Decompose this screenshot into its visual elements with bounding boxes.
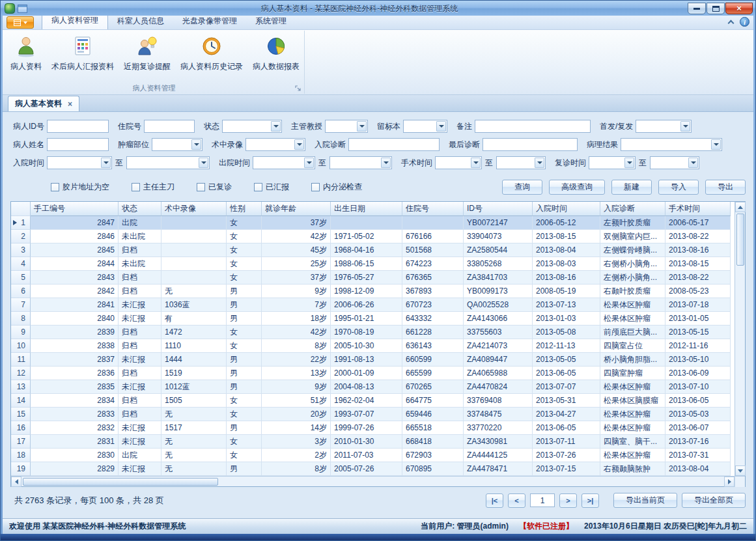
help-icon[interactable]: i bbox=[740, 17, 749, 27]
scroll-up-icon[interactable] bbox=[735, 202, 746, 212]
filter-combo[interactable] bbox=[621, 138, 722, 151]
vertical-scroll-thumb[interactable] bbox=[736, 214, 744, 266]
filter-combo[interactable] bbox=[329, 156, 392, 169]
close-button[interactable]: × bbox=[725, 3, 753, 14]
filter-checkbox[interactable]: 内分泌检查 bbox=[311, 182, 362, 193]
grid-row[interactable]: 122836归档1519男13岁2000-01-09665599ZA406598… bbox=[11, 367, 735, 380]
tab-close-icon[interactable]: × bbox=[68, 100, 72, 109]
filter-checkbox[interactable]: 已复诊 bbox=[197, 182, 232, 193]
filter-combo[interactable] bbox=[496, 156, 546, 169]
dropdown-arrow-icon[interactable] bbox=[680, 121, 690, 132]
export-button[interactable]: 导出 bbox=[705, 180, 746, 195]
filter-checkbox[interactable]: 已汇报 bbox=[254, 182, 289, 193]
ribbon-button[interactable]: 术后病人汇报资料 bbox=[48, 33, 118, 74]
dropdown-arrow-icon[interactable] bbox=[199, 158, 208, 168]
filter-combo[interactable] bbox=[126, 156, 210, 169]
grid-header-cell[interactable]: 住院号 bbox=[402, 202, 464, 216]
grid-row[interactable]: 12847出院女37岁YB00721472006-05-12左额叶胶质瘤2006… bbox=[11, 216, 735, 230]
grid-row[interactable]: 22846未出院女42岁1971-05-02676166339040732013… bbox=[11, 230, 735, 243]
dropdown-arrow-icon[interactable] bbox=[191, 139, 201, 150]
grid-header-cell[interactable]: 手工编号 bbox=[31, 202, 119, 216]
quick-access-icon[interactable] bbox=[18, 5, 27, 13]
dropdown-arrow-icon[interactable] bbox=[304, 158, 314, 168]
filter-combo[interactable] bbox=[403, 120, 447, 133]
grid-header-cell[interactable] bbox=[11, 202, 31, 216]
vertical-scrollbar[interactable] bbox=[735, 202, 745, 476]
export-current-page-button[interactable]: 导出当前页 bbox=[613, 493, 677, 508]
grid-row[interactable]: 42844未出院女25岁1988-06-15674223338052682013… bbox=[11, 257, 735, 271]
grid-header-cell[interactable]: 性别 bbox=[227, 202, 262, 216]
document-tab[interactable]: 病人基本资料 × bbox=[8, 96, 79, 111]
filter-input[interactable] bbox=[144, 120, 195, 133]
grid-row[interactable]: 112837未汇报1444男22岁1991-08-13660599ZA40894… bbox=[11, 353, 735, 367]
filter-input[interactable] bbox=[348, 138, 440, 151]
grid-row[interactable]: 32845归档女45岁1968-04-16501568ZA25805442013… bbox=[11, 243, 735, 257]
dropdown-arrow-icon[interactable] bbox=[101, 158, 111, 168]
dropdown-arrow-icon[interactable] bbox=[688, 158, 698, 168]
last-page-button[interactable]: >| bbox=[581, 493, 599, 508]
ribbon-button[interactable]: 近期复诊提醒 bbox=[120, 33, 175, 74]
dropdown-arrow-icon[interactable] bbox=[471, 158, 481, 168]
filter-combo[interactable] bbox=[152, 138, 203, 151]
filter-combo[interactable] bbox=[636, 120, 692, 133]
filter-combo[interactable] bbox=[222, 120, 282, 133]
grid-row[interactable]: 162832未汇报1517男14岁1999-07-266655183377022… bbox=[11, 421, 735, 435]
dropdown-arrow-icon[interactable] bbox=[294, 139, 304, 150]
minimize-button[interactable] bbox=[688, 3, 706, 14]
grid-row[interactable]: 132835未汇报1012蓝男9岁2004-08-13670265ZA44708… bbox=[11, 380, 735, 394]
grid-header-cell[interactable]: ID号 bbox=[464, 202, 533, 216]
dropdown-arrow-icon[interactable] bbox=[357, 121, 367, 132]
ribbon-button[interactable]: 病人数据报表 bbox=[249, 33, 303, 74]
prev-page-button[interactable]: < bbox=[508, 493, 525, 508]
ribbon-tab[interactable]: 光盘录像带管理 bbox=[173, 16, 246, 29]
ribbon-tab[interactable]: 病人资料管理 bbox=[42, 16, 108, 29]
filter-combo[interactable] bbox=[245, 138, 305, 151]
grid-header-cell[interactable]: 入院诊断 bbox=[600, 202, 665, 216]
filter-combo[interactable] bbox=[253, 156, 315, 169]
grid-header-cell[interactable]: 状态 bbox=[119, 202, 161, 216]
application-menu-button[interactable] bbox=[7, 16, 34, 29]
grid-row[interactable]: 182830出院无女2岁2011-07-03672903ZA4444125201… bbox=[11, 449, 735, 462]
grid-row[interactable]: 152833归档无女20岁1993-07-0765944633748475201… bbox=[11, 408, 735, 421]
scroll-right-icon[interactable] bbox=[724, 477, 735, 487]
filter-combo[interactable] bbox=[47, 156, 112, 169]
dropdown-arrow-icon[interactable] bbox=[381, 158, 391, 168]
grid-row[interactable]: 172831未汇报无女3岁2010-01-30668418ZA343098120… bbox=[11, 435, 735, 449]
next-page-button[interactable]: > bbox=[559, 493, 577, 508]
grid-header-cell[interactable]: 就诊年龄 bbox=[262, 202, 331, 216]
grid-row[interactable]: 52843归档女37岁1976-05-27676365ZA38417032013… bbox=[11, 271, 735, 284]
advanced-query-button[interactable]: 高级查询 bbox=[549, 180, 605, 195]
export-all-pages-button[interactable]: 导出全部页 bbox=[682, 493, 746, 508]
dropdown-arrow-icon[interactable] bbox=[436, 121, 446, 132]
scroll-down-icon[interactable] bbox=[735, 465, 746, 476]
horizontal-scroll-thumb[interactable] bbox=[23, 478, 218, 486]
filter-input[interactable] bbox=[47, 138, 109, 151]
filter-combo[interactable] bbox=[589, 156, 636, 169]
grid-row[interactable]: 62842归档无男9岁1998-12-09367893YB00991732008… bbox=[11, 284, 735, 298]
grid-row[interactable]: 142834归档1505女51岁1962-02-0466477533769408… bbox=[11, 394, 735, 408]
filter-combo[interactable] bbox=[650, 156, 699, 169]
grid-header-cell[interactable]: 手术时间 bbox=[665, 202, 731, 216]
dialog-launcher-icon[interactable] bbox=[295, 85, 301, 92]
dropdown-arrow-icon[interactable] bbox=[624, 158, 634, 168]
filter-input[interactable] bbox=[483, 138, 578, 151]
query-button[interactable]: 查询 bbox=[502, 180, 542, 195]
filter-combo[interactable] bbox=[435, 156, 482, 169]
filter-input[interactable] bbox=[47, 120, 109, 133]
ribbon-collapse-icon[interactable] bbox=[728, 20, 735, 27]
grid-header-cell[interactable]: 入院时间 bbox=[533, 202, 600, 216]
grid-row[interactable]: 72841未汇报1036蓝男7岁2006-06-26670723QA002552… bbox=[11, 298, 735, 312]
grid-row[interactable]: 92839归档1472女42岁1970-08-19661228337556032… bbox=[11, 326, 735, 339]
ribbon-button[interactable]: 病人资料 bbox=[7, 33, 46, 74]
filter-input[interactable] bbox=[475, 120, 591, 133]
dropdown-arrow-icon[interactable] bbox=[271, 121, 281, 132]
dropdown-arrow-icon[interactable] bbox=[711, 139, 721, 150]
grid-row[interactable]: 102838归档1110女8岁2005-10-30636143ZA4214073… bbox=[11, 339, 735, 353]
grid-header-cell[interactable]: 术中录像 bbox=[161, 202, 227, 216]
dropdown-arrow-icon[interactable] bbox=[535, 158, 544, 168]
horizontal-scrollbar[interactable] bbox=[11, 476, 745, 486]
ribbon-tab[interactable]: 科室人员信息 bbox=[108, 16, 173, 29]
grid-row[interactable]: 82840未汇报有男18岁1995-01-21643332ZA414306620… bbox=[11, 312, 735, 326]
filter-checkbox[interactable]: 胶片地址为空 bbox=[51, 182, 109, 193]
first-page-button[interactable]: |< bbox=[486, 493, 503, 508]
